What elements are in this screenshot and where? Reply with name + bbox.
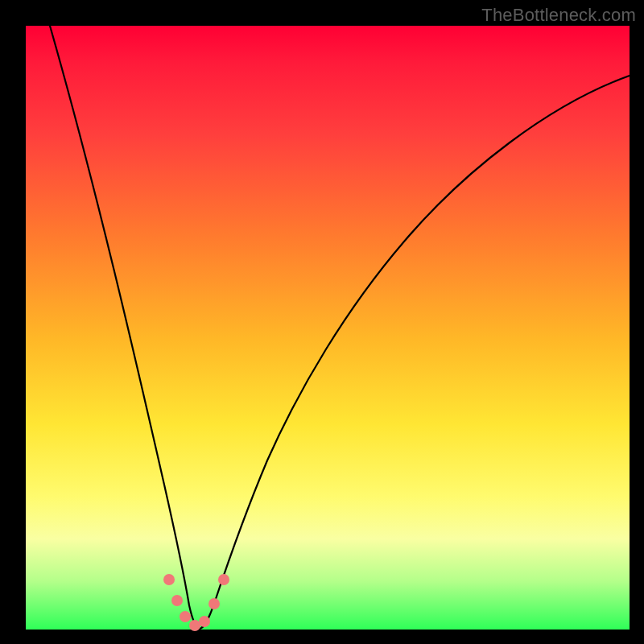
trough-marker xyxy=(199,616,210,627)
trough-marker xyxy=(218,574,229,585)
trough-marker xyxy=(208,598,220,609)
watermark-text: TheBottleneck.com xyxy=(481,5,636,26)
trough-marker xyxy=(163,574,175,585)
trough-marker xyxy=(189,620,200,631)
trough-marker xyxy=(180,611,191,622)
bottleneck-curve xyxy=(50,26,630,629)
trough-markers-group xyxy=(163,574,229,631)
chart-svg xyxy=(26,26,630,630)
chart-plot-area xyxy=(26,26,630,630)
chart-frame: TheBottleneck.com xyxy=(0,0,644,644)
trough-marker xyxy=(171,595,183,606)
